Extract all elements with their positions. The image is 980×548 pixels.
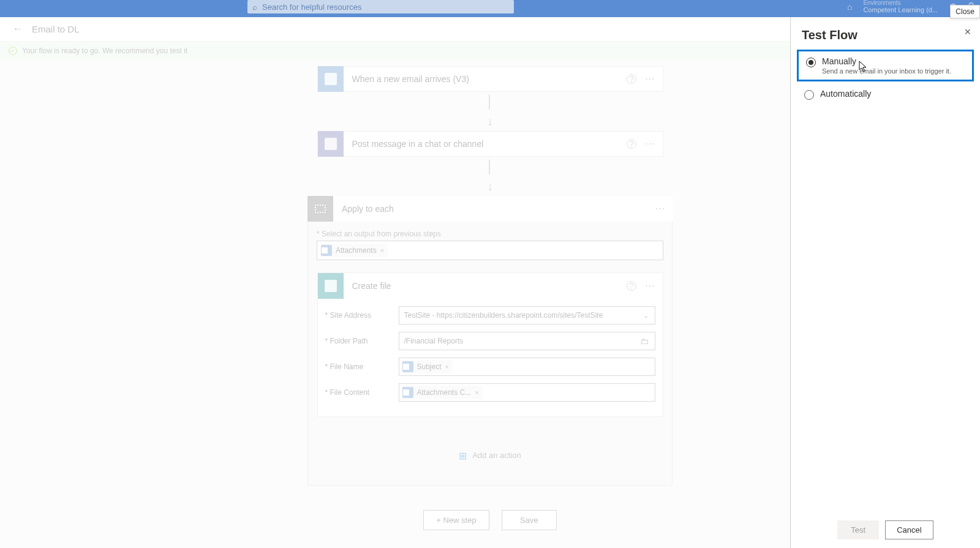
search-icon: ⌕ (252, 2, 257, 12)
folder-icon[interactable]: 🗀 (640, 336, 649, 346)
radio-manually-sub: Send a new email in your inbox to trigge… (822, 67, 951, 75)
scope-header[interactable]: Apply to each ··· (307, 196, 673, 222)
file-content-field[interactable]: Attachments C... × (399, 383, 655, 402)
help-circle-icon[interactable]: ? (627, 139, 636, 149)
site-value: TestSite - https://citizenbuilders.share… (404, 311, 603, 320)
scope-input-field[interactable]: Attachments × (317, 241, 663, 260)
token-attachments[interactable]: Attachments × (320, 244, 388, 257)
cancel-button[interactable]: Cancel (885, 520, 933, 539)
remove-token-icon[interactable]: × (380, 247, 384, 254)
more-icon[interactable]: ··· (645, 280, 655, 291)
radio-icon (806, 58, 816, 67)
create-file-card: Create file ? ··· * Site Address TestSit… (317, 272, 663, 417)
trigger-card[interactable]: When a new email arrives (V3) ? ··· (317, 66, 663, 92)
remove-token-icon[interactable]: × (475, 389, 478, 396)
back-arrow-icon[interactable]: ← (12, 23, 23, 36)
check-icon: ✓ (9, 47, 17, 55)
more-icon[interactable]: ··· (655, 203, 665, 214)
create-file-header[interactable]: Create file ? ··· (318, 273, 663, 299)
environment-icon[interactable]: ⌂ (847, 2, 852, 12)
file-name-field[interactable]: Subject × (399, 358, 655, 376)
outlook-icon (318, 66, 344, 92)
outlook-token-icon (402, 361, 413, 372)
radio-auto-label: Automatically (820, 89, 871, 99)
create-file-title: Create file (352, 281, 627, 291)
action-title: Post message in a chat or channel (352, 139, 627, 149)
save-button[interactable]: Save (502, 510, 557, 530)
folder-path-field[interactable]: /Financial Reports 🗀 (399, 332, 655, 350)
search-placeholder: Search for helpful resources (262, 2, 362, 12)
flow-title: Email to DL (32, 24, 80, 34)
environment-text[interactable]: Environments Competent Learning (d... (863, 0, 938, 14)
file-name-label: * File Name (325, 362, 399, 371)
scope-title: Apply to each (342, 204, 655, 214)
token-subject[interactable]: Subject × (401, 360, 453, 373)
panel-title: Test Flow (802, 28, 969, 42)
trigger-title: When a new email arrives (V3) (352, 74, 627, 84)
banner-text: Your flow is ready to go. We recommend y… (22, 47, 187, 55)
token-label: Subject (417, 362, 442, 371)
token-attachments-content[interactable]: Attachments C... × (401, 386, 483, 399)
folder-value: /Financial Reports (404, 337, 464, 345)
test-button[interactable]: Test (837, 520, 879, 539)
help-circle-icon[interactable]: ? (627, 281, 636, 291)
scope-input-label: * Select an output from previous steps (317, 230, 663, 238)
outlook-token-icon (321, 245, 332, 256)
remove-token-icon[interactable]: × (445, 363, 449, 370)
file-content-label: * File Content (325, 388, 399, 397)
action-card-teams[interactable]: Post message in a chat or channel ? ··· (317, 131, 663, 157)
teams-icon (318, 131, 344, 157)
top-banner: ⌕ Search for helpful resources ⌂ Environ… (0, 0, 980, 17)
help-circle-icon[interactable]: ? (627, 74, 636, 84)
radio-manually-label: Manually (822, 56, 951, 66)
add-action-label: Add an action (472, 451, 521, 460)
loop-icon (307, 196, 333, 222)
outlook-token-icon (402, 387, 413, 398)
radio-automatically[interactable]: Automatically (797, 84, 974, 105)
search-box[interactable]: ⌕ Search for helpful resources (247, 0, 514, 13)
site-address-field[interactable]: TestSite - https://citizenbuilders.share… (399, 306, 655, 325)
more-icon[interactable]: ··· (645, 138, 655, 149)
chevron-down-icon[interactable]: ⌄ (643, 312, 649, 320)
env-label: Environments (863, 0, 938, 6)
site-address-label: * Site Address (325, 311, 399, 320)
test-flow-panel: Test Flow ✕ Manually Send a new email in… (790, 17, 980, 548)
new-step-button[interactable]: + New step (423, 510, 489, 530)
apply-to-each-card: Apply to each ··· * Select an output fro… (307, 196, 673, 486)
token-label: Attachments (336, 246, 377, 255)
add-action-icon: ⊞ (459, 451, 467, 461)
radio-manually[interactable]: Manually Send a new email in your inbox … (797, 50, 974, 81)
folder-path-label: * Folder Path (325, 337, 399, 345)
add-action-button[interactable]: ⊞ Add an action (317, 426, 663, 476)
token-label: Attachments C... (417, 388, 472, 397)
more-icon[interactable]: ··· (645, 73, 655, 84)
close-icon[interactable]: ✕ (964, 27, 971, 37)
close-tooltip: Close (950, 5, 980, 18)
sharepoint-icon (318, 273, 344, 299)
radio-icon (804, 90, 814, 100)
env-name: Competent Learning (d... (863, 6, 938, 13)
